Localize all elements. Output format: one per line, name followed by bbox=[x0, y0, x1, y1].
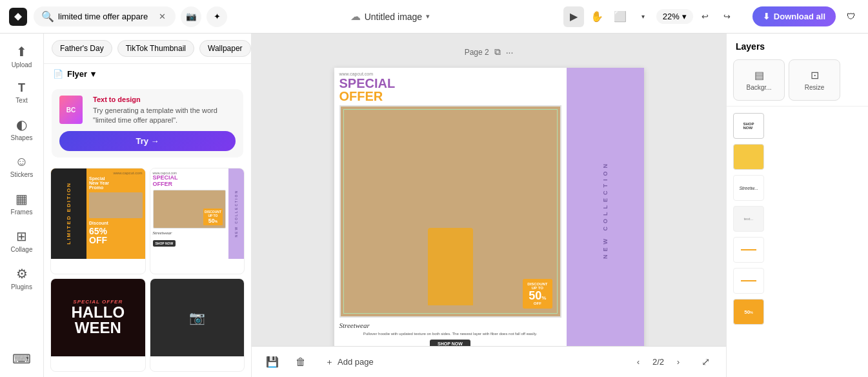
layer-item-line1[interactable] bbox=[727, 234, 868, 265]
canvas-title-line1: SPECIAL bbox=[339, 77, 561, 90]
sidebar-item-frames[interactable]: ▦ Frames bbox=[3, 186, 41, 221]
layer-thumb-yellow bbox=[733, 144, 764, 170]
layer-item-yellow[interactable] bbox=[727, 141, 868, 172]
add-page-button[interactable]: ＋ Add page bbox=[319, 352, 380, 372]
cursor-tool-button[interactable]: ▶ bbox=[563, 6, 584, 27]
keyboard-icon: ⌨ bbox=[12, 351, 31, 367]
hand-tool-button[interactable]: ✋ bbox=[587, 6, 607, 27]
background-tool-button[interactable]: ▤ Backgr... bbox=[733, 59, 785, 101]
toolbar-center: ▶ ✋ ⬜ ▾ 22% ▾ ↩ ↪ bbox=[563, 6, 737, 27]
layer-item-line2[interactable] bbox=[727, 265, 868, 296]
layers-header: Layers bbox=[727, 34, 868, 57]
sidebar: ⬆ Upload T Text ◐ Shapes ☺ Stickers ▦ Fr… bbox=[0, 34, 44, 377]
page-container: Page 2 ⧉ ··· www.capcut.com SPECIAL OFFE… bbox=[334, 46, 644, 346]
camera-button[interactable]: 📷 bbox=[181, 6, 201, 27]
canvas-collection-text: NEW COLLECTION bbox=[602, 161, 609, 259]
sidebar-item-keyboard[interactable]: ⌨ bbox=[3, 346, 41, 372]
layer-item-streetwear[interactable]: Streetw... bbox=[727, 172, 868, 203]
sidebar-label-upload: Upload bbox=[12, 61, 32, 68]
page-label-row: Page 2 ⧉ ··· bbox=[465, 46, 514, 57]
resize-tool-button[interactable]: ⊡ Resize bbox=[789, 59, 840, 101]
stickers-icon: ☺ bbox=[15, 154, 28, 169]
layer-item-shop-now[interactable]: SHOPNOW bbox=[727, 110, 868, 141]
prev-page-button[interactable]: ‹ bbox=[629, 353, 647, 371]
flyer-dropdown-icon: ▾ bbox=[91, 69, 96, 79]
search-clear-icon[interactable]: ✕ bbox=[159, 12, 166, 21]
frame-tool-button[interactable]: ⬜ bbox=[610, 6, 631, 27]
sidebar-label-text: Text bbox=[15, 97, 27, 104]
resize-tool-label: Resize bbox=[805, 84, 825, 91]
zoom-control[interactable]: 22% ▾ bbox=[656, 9, 693, 24]
expand-button[interactable]: ⤢ bbox=[695, 352, 716, 372]
page-canvas[interactable]: www.capcut.com SPECIAL OFFER bbox=[334, 68, 644, 346]
save-button[interactable]: 💾 bbox=[262, 352, 283, 372]
zoom-dropdown-icon: ▾ bbox=[682, 12, 687, 21]
frames-icon: ▦ bbox=[15, 191, 28, 207]
canvas-url: www.capcut.com bbox=[334, 68, 567, 77]
template-item-2[interactable]: www.capcut.com SPECIALOFFER DISCOUNTUP T… bbox=[150, 168, 245, 274]
next-page-button[interactable]: › bbox=[669, 353, 687, 371]
right-panel: Layers ▤ Backgr... ⊡ Resize SHOPNOW bbox=[726, 34, 868, 377]
download-button[interactable]: ⬇ Download all bbox=[752, 6, 836, 26]
search-input[interactable] bbox=[58, 12, 155, 21]
background-tool-label: Backgr... bbox=[747, 84, 772, 91]
download-label: Download all bbox=[774, 12, 825, 21]
layers-list: SHOPNOW Streetw... text... bbox=[727, 107, 868, 377]
templates-grid: LIMITED EDITION www.capcut.com SpecialNe… bbox=[44, 163, 251, 377]
ai-generate-box: BC Text to design Try generating a templ… bbox=[52, 89, 243, 158]
tag-wallpaper[interactable]: Wallpaper bbox=[199, 40, 251, 57]
discount-badge: DISCOUNT UP TO 50% OFF bbox=[523, 279, 552, 309]
ai-box-description: Try generating a template with the word … bbox=[93, 106, 236, 126]
sidebar-label-collage: Collage bbox=[11, 246, 33, 253]
canvas-scroll[interactable]: Page 2 ⧉ ··· www.capcut.com SPECIAL OFFE… bbox=[252, 34, 726, 346]
sidebar-label-frames: Frames bbox=[11, 209, 33, 216]
zoom-level: 22% bbox=[663, 12, 680, 21]
delete-button[interactable]: 🗑 bbox=[290, 352, 311, 372]
ai-thumb: BC bbox=[59, 96, 83, 124]
frame-tool-dropdown[interactable]: ▾ bbox=[633, 6, 654, 27]
canvas-description: Pullover hoodie with updated texture on … bbox=[334, 331, 567, 337]
canvas-shop-now-button[interactable]: SHOP NOW bbox=[430, 340, 470, 346]
layer-item-price[interactable]: text... bbox=[727, 203, 868, 234]
template-item-1[interactable]: LIMITED EDITION www.capcut.com SpecialNe… bbox=[50, 168, 146, 274]
sidebar-item-text[interactable]: T Text bbox=[3, 76, 41, 109]
tag-tiktok[interactable]: TikTok Thumbnail bbox=[117, 40, 194, 57]
layer-thumb-price: text... bbox=[733, 206, 764, 232]
panel-section-header: 📄 Flyer ▾ bbox=[44, 64, 251, 84]
sidebar-item-upload[interactable]: ⬆ Upload bbox=[3, 39, 41, 74]
left-panel: Father's Day TikTok Thumbnail Wallpaper … bbox=[44, 34, 252, 377]
file-title-area[interactable]: ☁ Untitled image ▾ bbox=[350, 10, 430, 23]
file-title: Untitled image bbox=[365, 12, 423, 22]
upload-icon: ⬆ bbox=[16, 44, 27, 59]
camera-icon: 📷 bbox=[186, 12, 197, 21]
template-item-3[interactable]: SPECIAL OFFER HALLOWEEN bbox=[50, 278, 146, 372]
search-bar: 🔍 ✕ bbox=[34, 6, 176, 26]
redo-button[interactable]: ↪ bbox=[718, 7, 737, 26]
flyer-section-title[interactable]: 📄 Flyer ▾ bbox=[53, 69, 96, 79]
sidebar-item-collage[interactable]: ⊞ Collage bbox=[3, 223, 41, 258]
canvas-area: Page 2 ⧉ ··· www.capcut.com SPECIAL OFFE… bbox=[252, 34, 726, 377]
page-more-icon[interactable]: ··· bbox=[506, 47, 514, 57]
undo-button[interactable]: ↩ bbox=[696, 7, 715, 26]
sidebar-item-stickers[interactable]: ☺ Stickers bbox=[3, 149, 41, 183]
layer-thumb-discount: 50% bbox=[733, 299, 764, 325]
panel-tags: Father's Day TikTok Thumbnail Wallpaper bbox=[44, 34, 251, 64]
tag-fathers-day[interactable]: Father's Day bbox=[52, 40, 112, 57]
template-item-4[interactable]: 📷 bbox=[150, 278, 245, 372]
layer-item-discount[interactable]: 50% bbox=[727, 296, 868, 327]
page-copy-icon[interactable]: ⧉ bbox=[494, 46, 501, 57]
shapes-icon: ◐ bbox=[16, 117, 27, 132]
shield-button[interactable]: 🛡 bbox=[841, 7, 860, 26]
sidebar-item-plugins[interactable]: ⚙ Plugins bbox=[3, 261, 41, 296]
layer-thumb-streetwear: Streetw... bbox=[733, 175, 764, 201]
sidebar-item-shapes[interactable]: ◐ Shapes bbox=[3, 112, 41, 147]
canvas-right-panel: NEW COLLECTION bbox=[567, 68, 644, 346]
try-button[interactable]: Try → bbox=[59, 131, 236, 151]
canvas-image-area: DISCOUNT UP TO 50% OFF bbox=[339, 105, 561, 318]
layer-thumb-line2 bbox=[733, 268, 764, 294]
cloud-icon: ☁ bbox=[350, 10, 361, 23]
magic-button[interactable]: ✦ bbox=[207, 6, 227, 27]
plugins-icon: ⚙ bbox=[16, 266, 28, 281]
logo-icon[interactable] bbox=[8, 6, 28, 27]
download-icon: ⬇ bbox=[763, 12, 770, 21]
